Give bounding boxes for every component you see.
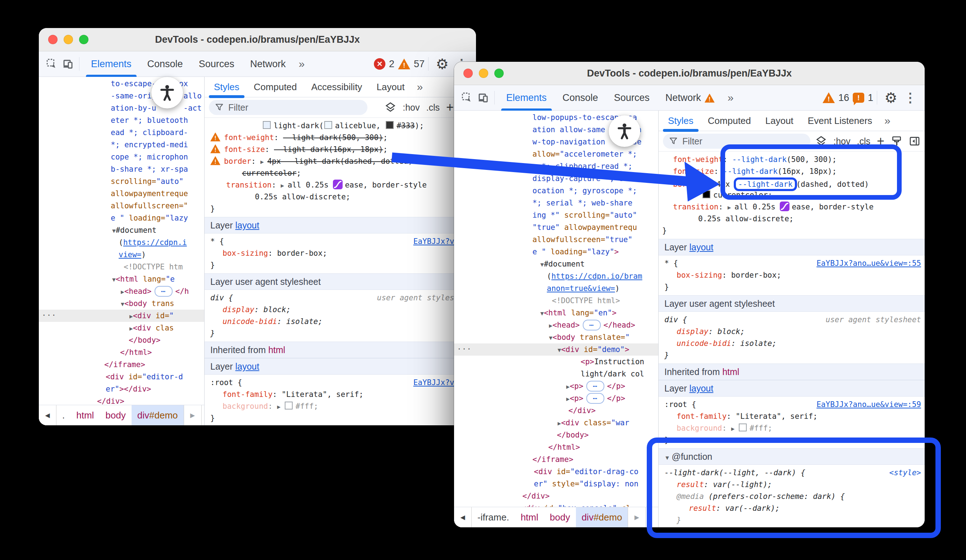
- dom-tree-row[interactable]: ▼<html lang="e: [39, 273, 204, 285]
- tab-console[interactable]: Console: [140, 51, 191, 77]
- dom-tree-row[interactable]: (https://cdpn.io/bram: [454, 270, 658, 282]
- style-declaration[interactable]: font-size: --light-dark(16px, 18px);: [659, 165, 925, 177]
- sidebar-tab-computed[interactable]: Computed: [701, 111, 758, 131]
- dom-tree-row[interactable]: ▶<div id="box-console" cl: [454, 502, 658, 507]
- new-style-rule-button[interactable]: +▾: [877, 135, 884, 147]
- dom-tree-row[interactable]: b-share *; xr-spa: [39, 163, 204, 175]
- dom-tree-row-selected[interactable]: ...▶<div id=": [39, 309, 204, 322]
- dom-tree-row[interactable]: ▶<head>⋯</head>: [454, 319, 658, 331]
- stylesheet-source-link[interactable]: <style>: [889, 467, 921, 479]
- more-options-icon[interactable]: ⋮: [901, 91, 920, 104]
- dom-tree-row[interactable]: scrolling="auto": [39, 175, 204, 188]
- style-declaration[interactable]: background: ▶ #fff;: [205, 401, 476, 413]
- style-declaration[interactable]: currentcolor;: [205, 167, 476, 179]
- sidebar-tab-layout[interactable]: Layout: [758, 111, 801, 131]
- dom-tree-row[interactable]: ▼<body translate=": [454, 331, 658, 344]
- filter-input[interactable]: Filter: [209, 100, 367, 115]
- dom-tree-row[interactable]: a *; clipboard-read *;: [454, 160, 658, 172]
- dom-tree-row[interactable]: e " loading="lazy">: [454, 246, 658, 258]
- tab-network[interactable]: Network!: [657, 85, 723, 110]
- sidebar-tab-styles[interactable]: Styles: [207, 77, 246, 97]
- style-rule[interactable]: light-dark(aliceblue, #333);!font-weight…: [205, 118, 476, 217]
- close-button[interactable]: [463, 69, 473, 78]
- dom-tree-row[interactable]: (https://cdpn.i: [39, 236, 204, 249]
- style-declaration[interactable]: background: ▶ #fff;: [659, 422, 925, 434]
- style-declaration[interactable]: transition: ▶ all 0.25s ease, border-sty…: [205, 179, 476, 191]
- breadcrumb-item[interactable]: html: [71, 405, 100, 425]
- dom-tree-row[interactable]: e " loading="lazy: [39, 212, 204, 224]
- style-declaration[interactable]: box-sizing: border-box;: [205, 247, 476, 259]
- dom-tree-row-selected[interactable]: ...▼<div id="demo">: [454, 344, 658, 355]
- color-swatch[interactable]: [324, 121, 332, 129]
- element-classes-button[interactable]: .cls: [426, 102, 440, 113]
- dom-tree-row[interactable]: allow="accelerometer *;: [454, 148, 658, 160]
- style-declaration[interactable]: 0.25s allow-discrete;: [659, 213, 925, 225]
- dom-tree-row[interactable]: <div id="editor-drag-co: [454, 465, 658, 478]
- tab-sources[interactable]: Sources: [606, 85, 657, 110]
- dom-tree-row[interactable]: light/dark col: [454, 368, 658, 380]
- style-declaration[interactable]: display: block;: [205, 304, 476, 316]
- tab-sources[interactable]: Sources: [191, 51, 242, 77]
- stylesheet-source-link[interactable]: EaYBJJx?ano…ue&view=:59: [816, 399, 921, 411]
- dom-tree-row[interactable]: cope *; microphon: [39, 151, 204, 163]
- device-toolbar-icon[interactable]: [60, 56, 76, 72]
- expand-children-icon[interactable]: ⋯: [586, 381, 605, 391]
- style-declaration[interactable]: }: [659, 225, 925, 237]
- dom-tree-row[interactable]: </html>: [454, 441, 658, 453]
- breadcrumb-scroll-right-button[interactable]: ▶: [184, 405, 202, 425]
- dom-tree-row[interactable]: </iframe>: [39, 359, 204, 371]
- dom-tree-row[interactable]: </html>: [39, 346, 204, 359]
- expand-children-icon[interactable]: ⋯: [583, 320, 601, 331]
- style-rule[interactable]: <style>--light-dark(--light, --dark) {re…: [659, 465, 925, 527]
- status-badges[interactable]: ✕2!57: [374, 58, 425, 70]
- style-rule[interactable]: EaYBJJx?ano…ue&view=:55* {box-sizing: bo…: [659, 255, 925, 295]
- element-classes-button[interactable]: .cls: [857, 136, 871, 147]
- layer-link[interactable]: layout: [235, 361, 259, 372]
- expand-children-icon[interactable]: ⋯: [154, 286, 172, 297]
- style-declaration[interactable]: }: [205, 259, 476, 271]
- dom-tree-row[interactable]: er" style="display: non: [454, 478, 658, 490]
- style-declaration[interactable]: result: var(--dark);: [659, 503, 925, 514]
- style-rule[interactable]: EaYBJJx?view=:root {font-family: "Litera…: [205, 375, 476, 425]
- style-declaration[interactable]: --light-dark(--light, --dark) {: [659, 467, 925, 479]
- breadcrumb-item[interactable]: .: [56, 405, 71, 425]
- more-panels-icon[interactable]: »: [294, 58, 310, 70]
- style-declaration[interactable]: 0.25s allow-discrete;: [205, 191, 476, 203]
- breadcrumb-item[interactable]: body: [100, 405, 131, 425]
- more-actions-gutter-icon[interactable]: ...: [42, 307, 56, 319]
- dom-tree-row[interactable]: ation-by-u -act: [39, 102, 204, 114]
- breadcrumb-item[interactable]: -iframe.: [472, 507, 515, 527]
- error-count-icon[interactable]: ✕: [374, 58, 385, 70]
- dom-tree-row[interactable]: ▼<body trans: [39, 297, 204, 309]
- style-declaration[interactable]: display: block;: [659, 326, 925, 338]
- zoom-button[interactable]: [495, 69, 504, 78]
- dom-tree-row[interactable]: ▶<div clas: [39, 322, 204, 334]
- dom-tree-row[interactable]: to-escape-sandbox: [39, 78, 204, 90]
- sidebar-tab-layout[interactable]: Layout: [369, 77, 412, 97]
- dom-tree-row[interactable]: ing *" scrolling="auto": [454, 209, 658, 221]
- style-declaration[interactable]: }: [659, 434, 925, 446]
- dom-tree-row[interactable]: <div id="editor-d: [39, 371, 204, 383]
- zoom-button[interactable]: [79, 35, 89, 44]
- style-rule[interactable]: EaYBJJx?view=* {box-sizing: border-box;}: [205, 234, 476, 273]
- status-badges[interactable]: !16!1: [823, 92, 873, 103]
- breadcrumb-item-selected[interactable]: div#demo: [576, 507, 628, 527]
- color-swatch[interactable]: [703, 190, 710, 198]
- device-toolbar-icon[interactable]: [475, 90, 491, 106]
- dom-tree-row[interactable]: eter *; bluetooth: [39, 114, 204, 126]
- dom-tree-row[interactable]: <!DOCTYPE htm: [39, 261, 204, 273]
- easing-editor-icon[interactable]: [780, 201, 790, 211]
- style-declaration[interactable]: result: var(--light);: [659, 479, 925, 491]
- dom-tree-row[interactable]: </body>: [39, 334, 204, 346]
- color-swatch[interactable]: [263, 121, 271, 129]
- color-swatch[interactable]: [386, 121, 394, 129]
- style-declaration[interactable]: font-family: "Literata", serif;: [659, 411, 925, 422]
- tab-elements[interactable]: Elements: [498, 85, 555, 110]
- issues-count-icon[interactable]: !: [853, 93, 864, 103]
- style-declaration[interactable]: box-sizing: border-box;: [659, 269, 925, 281]
- style-declaration[interactable]: !border: ▶ 4px --light-dark(dashed, dott…: [205, 156, 476, 167]
- cascade-layers-icon[interactable]: [815, 136, 827, 147]
- minimize-button[interactable]: [64, 35, 73, 44]
- dom-tree-row[interactable]: ead *; clipboard-: [39, 126, 204, 139]
- dom-tree-row[interactable]: ▶<p>⋯</p>: [454, 380, 658, 392]
